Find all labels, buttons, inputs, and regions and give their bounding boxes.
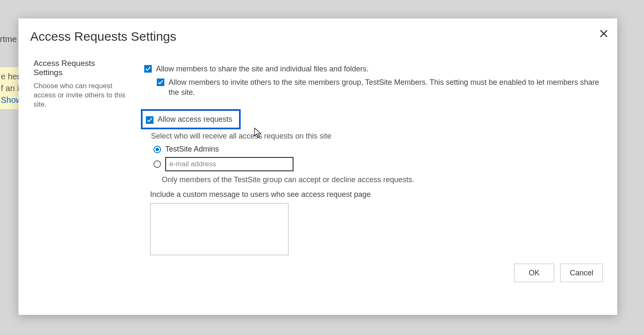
- allow-invite-checkbox[interactable]: [157, 79, 164, 86]
- allow-access-requests-highlight: Allow access requests: [141, 109, 241, 129]
- radio-admins-label: TestSite Admins: [165, 145, 219, 154]
- allow-share-checkbox[interactable]: [144, 65, 152, 73]
- section-heading: Access Requests Settings: [34, 59, 126, 77]
- radio-row-admins: TestSite Admins: [153, 145, 603, 154]
- allow-access-requests-label: Allow access requests: [158, 114, 232, 124]
- allow-share-label: Allow members to share the site and indi…: [156, 64, 369, 74]
- dialog-title: Access Requests Settings: [30, 29, 177, 44]
- right-column: Allow members to share the site and indi…: [144, 64, 603, 257]
- check-icon: [145, 66, 151, 72]
- radio-email[interactable]: [153, 160, 161, 168]
- checkbox-row-allow-invite: Allow members to invite others to the si…: [157, 77, 603, 97]
- custom-message-label: Include a custom message to users who se…: [150, 190, 603, 199]
- dialog-buttons: OK Cancel: [514, 264, 603, 282]
- allow-access-requests-checkbox[interactable]: [146, 116, 153, 124]
- bg-banner-fragment: e her f an it Show: [0, 67, 20, 109]
- radio-row-email: [153, 157, 603, 171]
- cancel-button[interactable]: Cancel: [560, 264, 603, 282]
- section-description: Choose who can request access or invite …: [34, 81, 126, 109]
- select-recipient-label: Select who will receive all access reque…: [151, 132, 603, 141]
- allow-invite-label: Allow members to invite others to the si…: [169, 77, 603, 97]
- ok-button[interactable]: OK: [514, 264, 554, 282]
- bg-nav-fragment: rtme: [0, 34, 17, 44]
- group-note: Only members of the TestSite group can a…: [162, 175, 603, 184]
- left-column: Access Requests Settings Choose who can …: [34, 59, 126, 109]
- check-icon: [147, 117, 153, 123]
- access-requests-dialog: Access Requests Settings Access Requests…: [18, 18, 617, 315]
- checkbox-row-allow-share: Allow members to share the site and indi…: [144, 64, 603, 74]
- close-icon: [600, 30, 608, 37]
- radio-testsite-admins[interactable]: [153, 146, 161, 153]
- check-icon: [158, 79, 164, 85]
- email-address-input[interactable]: [165, 157, 293, 171]
- custom-message-textarea[interactable]: [150, 203, 288, 255]
- close-button[interactable]: [598, 28, 610, 39]
